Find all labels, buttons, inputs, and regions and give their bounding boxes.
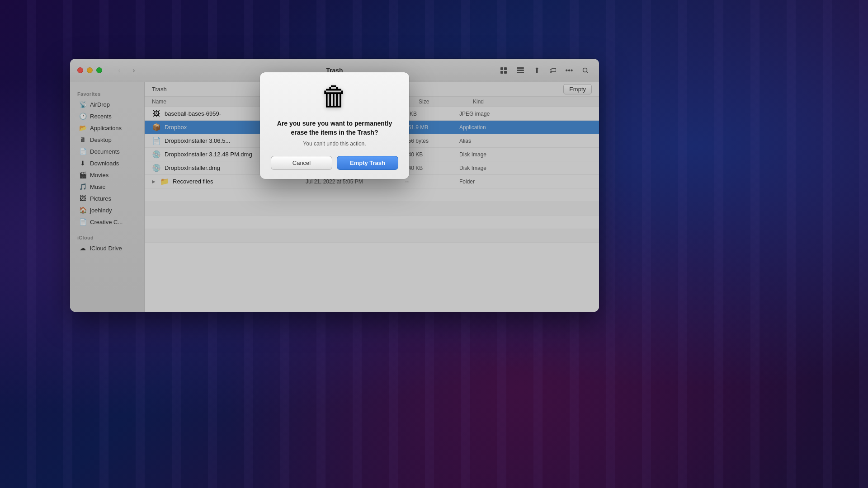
empty-trash-button[interactable]: Empty Trash [337, 156, 398, 170]
dialog-overlay: 🗑 Are you sure you want to permanently e… [70, 59, 599, 312]
dialog-icon: 🗑 [320, 83, 349, 112]
finder-window: ‹ › Trash ⬆ 🏷 ••• [70, 59, 599, 312]
dialog-buttons: Cancel Empty Trash [271, 156, 398, 170]
empty-trash-dialog: 🗑 Are you sure you want to permanently e… [260, 72, 409, 179]
dialog-title: Are you sure you want to permanently era… [271, 119, 398, 137]
dialog-message: You can't undo this action. [271, 141, 398, 147]
cancel-button[interactable]: Cancel [271, 156, 332, 170]
